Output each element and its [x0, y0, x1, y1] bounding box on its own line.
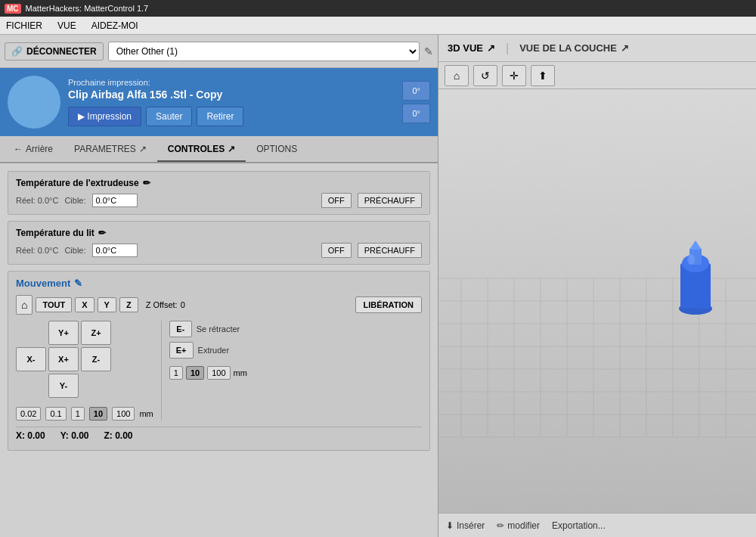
insert-action[interactable]: ⬇ Insérer: [446, 520, 485, 531]
view-rotate-button[interactable]: ↺: [473, 65, 497, 86]
x-minus-button[interactable]: X-: [16, 347, 46, 371]
coordinates: X: 0.00 Y: 0.00 Z: 0.00: [16, 427, 422, 444]
retirer-button[interactable]: Retirer: [197, 107, 243, 126]
print-queue: Prochaine impression: Clip Airbag Alfa 1…: [0, 68, 438, 136]
bed-preheat-button[interactable]: PRÉCHAUFF: [358, 243, 422, 258]
movement-edit-icon[interactable]: ✎: [74, 278, 82, 289]
bed-off-button[interactable]: OFF: [321, 243, 352, 258]
y-plus-button[interactable]: Y+: [48, 321, 79, 345]
step-100[interactable]: 100: [112, 407, 135, 421]
menu-vue[interactable]: VUE: [54, 19, 79, 33]
extruder-off-button[interactable]: OFF: [321, 193, 352, 208]
print-thumbnail: [8, 76, 60, 129]
tab-arriere-label: Arrière: [26, 144, 53, 154]
step-0.1[interactable]: 0.1: [45, 407, 66, 421]
home-button[interactable]: ⌂: [16, 295, 33, 315]
bed-target-input[interactable]: [92, 244, 138, 257]
left-panel: 🔗 DÉCONNECTER Other Other (1) ✎ Prochain…: [0, 35, 438, 537]
impression-button[interactable]: ▶ Impression: [68, 107, 141, 126]
tab-options[interactable]: OPTIONS: [246, 138, 308, 162]
z-axis-button[interactable]: Z: [119, 297, 138, 312]
params-external-icon: ↗: [139, 144, 147, 154]
tab-3d-vue[interactable]: 3D VUE ↗: [445, 41, 498, 55]
extruder-temp-label: Température de l'extrudeuse: [16, 178, 139, 188]
bed-edit-icon[interactable]: ✏: [98, 228, 106, 238]
step-10[interactable]: 10: [89, 407, 107, 421]
y-axis-button[interactable]: Y: [98, 297, 116, 312]
right-panel: 3D VUE ↗ | VUE DE LA COUCHE ↗ ⌂ ↺ ✛ ⬆: [438, 35, 756, 537]
extruder-edit-icon[interactable]: ✏: [143, 178, 150, 188]
x-plus-button[interactable]: X+: [48, 347, 79, 371]
ext-step-100[interactable]: 100: [207, 366, 230, 380]
y-minus-button[interactable]: Y-: [48, 374, 79, 398]
nav-tabs: ← Arrière PARAMETRES ↗ CONTROLES ↗ OPTIO…: [0, 136, 438, 163]
view-toolbar: ⌂ ↺ ✛ ⬆: [438, 62, 756, 89]
z-minus-button[interactable]: Z-: [81, 347, 111, 371]
export-action[interactable]: Exportation...: [552, 520, 606, 531]
disconnect-button[interactable]: 🔗 DÉCONNECTER: [5, 42, 104, 61]
link-icon: 🔗: [11, 46, 23, 57]
tab-controles[interactable]: CONTROLES ↗: [157, 138, 246, 162]
ext-step-1[interactable]: 1: [169, 366, 183, 380]
insert-label: Insérer: [457, 520, 485, 531]
jog-grid: Y+ Z+ X- X+ Z- Y-: [16, 321, 111, 398]
extruder-target-input[interactable]: [92, 194, 138, 207]
bed-temp-row: Réel: 0.0°C Cible: OFF PRÉCHAUFF: [16, 243, 422, 258]
menu-aide[interactable]: AIDEZ-MOI: [88, 19, 141, 33]
modify-icon: ✏: [497, 520, 504, 531]
axis-row: ⌂ TOUT X Y Z Z Offset: 0 LIBÉRATION: [16, 295, 422, 315]
view-home-button[interactable]: ⌂: [445, 65, 469, 86]
temp-button-1[interactable]: 0°: [402, 81, 430, 101]
ext-step-10[interactable]: 10: [186, 366, 204, 380]
extrude-label: Extruder: [198, 346, 230, 355]
top-bar: 🔗 DÉCONNECTER Other Other (1) ✎: [0, 35, 438, 68]
bed-target-label: Cible:: [64, 246, 85, 255]
bed-temp-label: Température du lit: [16, 228, 94, 238]
extruder-preheat-button[interactable]: PRÉCHAUFF: [358, 193, 422, 208]
print-file-name: Clip Airbag Alfa 156 .Stl - Copy: [68, 88, 395, 101]
z-offset-value: 0: [181, 300, 185, 309]
e-plus-button[interactable]: E+: [169, 342, 194, 359]
coord-y: Y: 0.00: [60, 430, 89, 441]
x-axis-button[interactable]: X: [75, 297, 94, 312]
extruder-real-label: Réel: 0.0°C: [16, 196, 58, 205]
controls-panel: Température de l'extrudeuse ✏ Réel: 0.0°…: [0, 163, 438, 537]
extruder-temp-row: Réel: 0.0°C Cible: OFF PRÉCHAUFF: [16, 193, 422, 208]
extrude-row: E+ Extruder: [169, 342, 247, 359]
temp-button-2[interactable]: 0°: [402, 104, 430, 123]
jog-empty-2: [16, 374, 46, 398]
view-move-button[interactable]: ✛: [502, 65, 526, 86]
temp-buttons: 0° 0°: [402, 81, 430, 123]
export-label: Exportation...: [552, 520, 606, 531]
edit-printer-button[interactable]: ✎: [424, 45, 433, 57]
e-minus-button[interactable]: E-: [169, 321, 192, 337]
tab-parametres[interactable]: PARAMETRES ↗: [64, 138, 157, 162]
tab-controles-label: CONTROLES: [168, 144, 225, 154]
printer-select[interactable]: Other Other (1): [108, 42, 420, 61]
tab-layer-vue[interactable]: VUE DE LA COUCHE ↗: [516, 41, 632, 55]
movement-section: Mouvement ✎ ⌂ TOUT X Y Z Z Offset: 0 LIB…: [8, 271, 430, 451]
extruder-step-sizes: 1 10 100 mm: [169, 366, 247, 380]
jog-empty-3: [81, 374, 111, 398]
menu-fichier[interactable]: FICHIER: [3, 19, 45, 33]
3d-external-icon: ↗: [487, 42, 495, 54]
z-plus-button[interactable]: Z+: [81, 321, 111, 345]
step-1[interactable]: 1: [71, 407, 85, 421]
print-buttons: ▶ Impression Sauter Retirer: [68, 107, 395, 126]
sauter-button[interactable]: Sauter: [146, 107, 192, 126]
jog-empty-1: [16, 321, 46, 345]
step-unit: mm: [139, 409, 153, 418]
step-0.02[interactable]: 0.02: [16, 407, 41, 421]
movement-controls: Y+ Z+ X- X+ Z- Y- 0.02 0.1: [16, 321, 422, 421]
movement-title: Mouvement ✎: [16, 278, 422, 289]
tab-3d-label: 3D VUE: [448, 42, 483, 54]
3d-view: [438, 89, 756, 513]
release-button[interactable]: LIBÉRATION: [355, 296, 422, 313]
bed-real-label: Réel: 0.0°C: [16, 246, 58, 255]
view-up-button[interactable]: ⬆: [531, 65, 555, 86]
viewport[interactable]: [438, 89, 756, 513]
all-axis-button[interactable]: TOUT: [36, 297, 72, 312]
extruder-target-label: Cible:: [64, 196, 85, 205]
tab-arriere[interactable]: ← Arrière: [3, 138, 64, 162]
modify-action[interactable]: ✏ modifier: [497, 520, 540, 531]
